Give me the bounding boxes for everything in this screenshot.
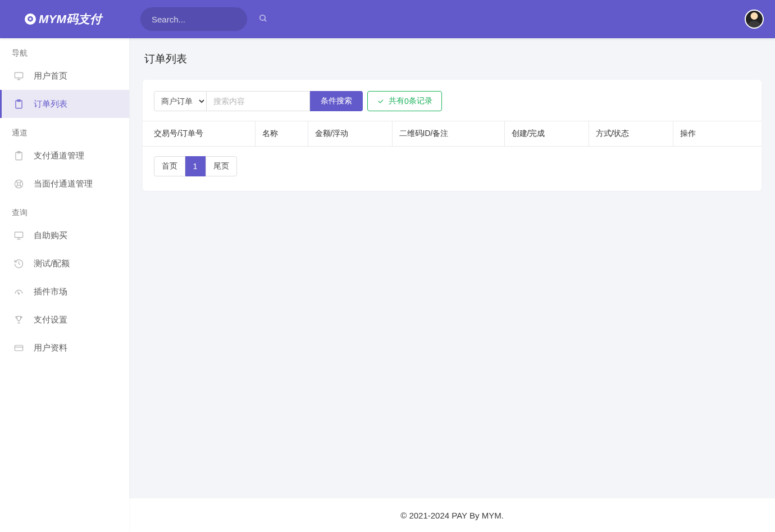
- sidebar-item-label: 支付设置: [34, 315, 67, 325]
- sidebar-category: 通道: [0, 118, 129, 142]
- check-icon: [377, 97, 385, 105]
- count-prefix: 共有: [389, 96, 404, 106]
- gauge-icon: [13, 286, 24, 297]
- sidebar-category: 查询: [0, 198, 129, 221]
- search-icon[interactable]: [258, 13, 268, 25]
- sidebar-item-pay-channel[interactable]: 支付通道管理: [0, 142, 129, 170]
- col-qrcode: 二维码ID/备注: [392, 121, 504, 147]
- svg-rect-22: [15, 345, 22, 351]
- history-icon: [13, 258, 24, 269]
- col-name: 名称: [255, 121, 308, 147]
- svg-line-14: [20, 185, 21, 187]
- sidebar-item-label: 测试/配额: [34, 258, 70, 269]
- search-content-input[interactable]: [207, 91, 310, 111]
- brand-logo[interactable]: ✪ MYM码支付: [0, 11, 129, 27]
- col-time: 创建/完成: [504, 121, 589, 147]
- card-icon: [13, 342, 24, 353]
- search-input[interactable]: [152, 15, 258, 24]
- globe-icon: ✪: [25, 13, 36, 25]
- sidebar-category: 导航: [0, 38, 129, 62]
- search-button[interactable]: 条件搜索: [310, 91, 363, 111]
- sidebar-item-order-list[interactable]: 订单列表: [0, 90, 129, 118]
- sidebar-item-label: 用户首页: [34, 71, 67, 81]
- page-title: 订单列表: [143, 52, 762, 66]
- footer-text: © 2021-2024 PAY By MYM.: [400, 511, 504, 520]
- sidebar-item-pay-settings[interactable]: 支付设置: [0, 306, 129, 334]
- sidebar-item-test-quota[interactable]: 测试/配额: [0, 249, 129, 278]
- svg-point-0: [260, 15, 265, 20]
- col-amount: 金额/浮动: [308, 121, 392, 147]
- sidebar: 导航 用户首页 订单列表 通道 支付通道管理 当面付通道管理 查询 自助购买 测…: [0, 38, 129, 532]
- sidebar-item-face-pay-channel[interactable]: 当面付通道管理: [0, 170, 129, 198]
- page-current[interactable]: 1: [185, 156, 206, 176]
- sidebar-item-plugin-market[interactable]: 插件市场: [0, 278, 129, 306]
- main-content: 订单列表 商户订单 条件搜索 共有 0 条记录 交易号/订单号 名称 金额/浮动: [129, 38, 775, 498]
- col-action: 操作: [673, 121, 762, 147]
- sidebar-item-label: 当面付通道管理: [34, 179, 93, 189]
- count-value: 0: [404, 97, 409, 106]
- svg-point-10: [17, 182, 20, 185]
- monitor-icon: [13, 70, 24, 81]
- page-first[interactable]: 首页: [154, 156, 185, 176]
- page-last[interactable]: 尾页: [206, 156, 237, 176]
- topbar-right: [745, 10, 764, 29]
- avatar[interactable]: [745, 10, 764, 29]
- sidebar-item-label: 插件市场: [34, 287, 67, 297]
- filter-toolbar: 商户订单 条件搜索 共有 0 条记录: [143, 91, 762, 121]
- sidebar-item-label: 订单列表: [34, 99, 67, 110]
- lifebuoy-icon: [13, 178, 24, 189]
- col-status: 方式/状态: [589, 121, 673, 147]
- svg-rect-2: [15, 72, 22, 78]
- count-suffix: 条记录: [409, 96, 432, 106]
- record-count: 共有 0 条记录: [367, 91, 442, 111]
- sidebar-item-user-profile[interactable]: 用户资料: [0, 334, 129, 362]
- pagination: 首页 1 尾页: [143, 147, 762, 176]
- monitor-icon: [13, 230, 24, 241]
- order-card: 商户订单 条件搜索 共有 0 条记录 交易号/订单号 名称 金额/浮动 二维码I…: [143, 80, 762, 191]
- sidebar-item-label: 支付通道管理: [34, 151, 84, 161]
- sidebar-item-label: 用户资料: [34, 343, 67, 353]
- sidebar-item-user-home[interactable]: 用户首页: [0, 62, 129, 90]
- order-type-select[interactable]: 商户订单: [154, 91, 207, 111]
- order-table: 交易号/订单号 名称 金额/浮动 二维码ID/备注 创建/完成 方式/状态 操作: [143, 121, 762, 147]
- svg-line-1: [265, 19, 266, 21]
- svg-rect-15: [15, 232, 22, 238]
- trophy-icon: [13, 314, 24, 325]
- top-bar: ✪ MYM码支付: [0, 0, 775, 38]
- sidebar-item-label: 自助购买: [34, 230, 67, 241]
- footer: © 2021-2024 PAY By MYM.: [129, 498, 775, 532]
- brand-name: MYM码支付: [39, 11, 102, 27]
- clipboard-icon: [13, 150, 24, 161]
- sidebar-item-self-buy[interactable]: 自助购买: [0, 221, 129, 249]
- svg-line-13: [15, 185, 17, 187]
- svg-line-11: [15, 180, 17, 182]
- col-trade-no: 交易号/订单号: [143, 121, 255, 147]
- clipboard-icon: [13, 98, 24, 110]
- global-search[interactable]: [140, 7, 247, 31]
- svg-line-12: [20, 180, 21, 182]
- table-header-row: 交易号/订单号 名称 金额/浮动 二维码ID/备注 创建/完成 方式/状态 操作: [143, 121, 762, 147]
